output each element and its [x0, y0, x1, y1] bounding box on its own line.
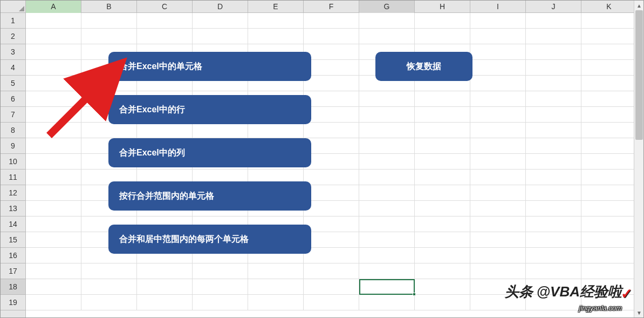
- row-header-7[interactable]: 7: [1, 107, 25, 123]
- row-header-8[interactable]: 8: [1, 123, 25, 138]
- select-all-corner[interactable]: [1, 1, 26, 13]
- spreadsheet: A B C D E F G H I J K 1 2 3 4 5 6 7 8 9 …: [0, 0, 644, 318]
- row-header-11[interactable]: 11: [1, 170, 25, 185]
- col-header-j[interactable]: J: [526, 1, 581, 13]
- col-header-d[interactable]: D: [193, 1, 248, 13]
- merge-cells-button[interactable]: 合并Excel中的单元格: [108, 52, 311, 81]
- row-header-10[interactable]: 10: [1, 154, 25, 170]
- watermark-site: jingyanla.com: [579, 304, 622, 312]
- merge-rows-button[interactable]: 合并Excel中的行: [108, 95, 311, 124]
- col-header-h[interactable]: H: [415, 1, 470, 13]
- row-header-9[interactable]: 9: [1, 138, 25, 154]
- vertical-scrollbar[interactable]: ▲ ▼: [634, 1, 643, 317]
- row-header-13[interactable]: 13: [1, 201, 25, 216]
- row-header-2[interactable]: 2: [1, 29, 25, 44]
- row-header-16[interactable]: 16: [1, 248, 25, 263]
- row-header-3[interactable]: 3: [1, 44, 25, 60]
- scroll-up-icon[interactable]: ▲: [634, 1, 644, 10]
- scroll-down-icon[interactable]: ▼: [634, 308, 644, 317]
- row-header-12[interactable]: 12: [1, 185, 25, 201]
- row-header-6[interactable]: 6: [1, 91, 25, 107]
- merge-cols-button[interactable]: 合并Excel中的列: [108, 138, 311, 167]
- merge-center-pairs-button[interactable]: 合并和居中范围内的每两个单元格: [108, 225, 311, 254]
- col-header-a[interactable]: A: [26, 1, 81, 13]
- row-header-19[interactable]: 19: [1, 295, 25, 310]
- col-header-k[interactable]: K: [581, 1, 637, 13]
- watermark-checkmark-icon: ✓: [621, 286, 633, 302]
- row-header-18[interactable]: 18: [1, 279, 25, 295]
- scroll-thumb[interactable]: [635, 10, 643, 140]
- row-header-4[interactable]: 4: [1, 60, 25, 76]
- column-headers: A B C D E F G H I J K: [26, 1, 634, 13]
- col-header-g[interactable]: G: [359, 1, 415, 13]
- col-header-f[interactable]: F: [304, 1, 359, 13]
- row-header-15[interactable]: 15: [1, 232, 25, 248]
- watermark-author: 头条 @VBA经验啦: [505, 282, 622, 301]
- merge-by-row-button[interactable]: 按行合并范围内的单元格: [108, 181, 311, 211]
- col-header-c[interactable]: C: [137, 1, 193, 13]
- row-header-17[interactable]: 17: [1, 263, 25, 279]
- row-headers: 1 2 3 4 5 6 7 8 9 10 11 12 13 14 15 16 1…: [1, 13, 26, 317]
- col-header-i[interactable]: I: [470, 1, 526, 13]
- restore-data-button[interactable]: 恢复数据: [375, 52, 472, 81]
- col-header-e[interactable]: E: [248, 1, 304, 13]
- select-all-triangle-icon: [19, 6, 24, 11]
- row-header-14[interactable]: 14: [1, 216, 25, 232]
- row-header-5[interactable]: 5: [1, 76, 25, 91]
- col-header-b[interactable]: B: [81, 1, 137, 13]
- row-header-1[interactable]: 1: [1, 13, 25, 29]
